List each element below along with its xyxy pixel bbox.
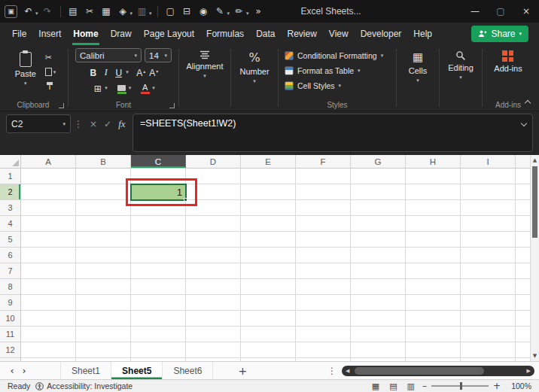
row-header-2[interactable]: 2 [0, 184, 20, 200]
pen-dropdown-icon[interactable]: ▾ [227, 11, 230, 17]
underline-dropdown-icon[interactable]: ▾ [126, 69, 129, 75]
horizontal-scrollbar[interactable]: ◀ ▶ [342, 366, 534, 376]
paste-dropdown-icon[interactable]: ▾ [24, 81, 27, 87]
borders-button[interactable]: ⊞ [92, 82, 103, 94]
sheet-tab-sheet5[interactable]: Sheet5 [111, 362, 163, 379]
more-commands-icon[interactable]: » [251, 3, 266, 20]
column-header-c[interactable]: C [131, 155, 186, 168]
tab-insert[interactable]: Insert [32, 23, 67, 45]
row-header-7[interactable]: 7 [0, 263, 20, 279]
shapes-dropdown-icon[interactable]: ▾ [130, 11, 133, 17]
row-header-3[interactable]: 3 [0, 200, 20, 216]
conditional-formatting-button[interactable]: Conditional Formatting▾ [280, 48, 383, 63]
zoom-slider-thumb[interactable] [460, 382, 462, 390]
normal-view-icon[interactable]: ▦ [370, 381, 382, 391]
page-layout-view-icon[interactable]: ▤ [387, 381, 399, 391]
paste-button[interactable]: Paste ▾ [11, 48, 41, 90]
scroll-right-icon[interactable]: ▶ [527, 368, 531, 374]
zoom-out-icon[interactable]: – [422, 381, 427, 391]
row-header-12[interactable]: 12 [0, 342, 20, 358]
select-all-corner[interactable] [0, 155, 21, 169]
accessibility-status[interactable]: Accessibility: Investigate [35, 381, 132, 390]
column-header-b[interactable]: B [76, 155, 131, 168]
font-dialog-launcher[interactable] [169, 103, 175, 108]
font-color-dropdown-icon[interactable]: ▾ [152, 85, 155, 91]
cut-icon[interactable]: ✂ [82, 3, 98, 20]
add-ins-button[interactable]: Add-ins [489, 48, 526, 75]
column-header-g[interactable]: G [351, 155, 406, 168]
page-break-view-icon[interactable]: ▥ [405, 381, 417, 391]
tab-file[interactable]: File [6, 23, 32, 45]
scroll-up-icon[interactable]: ▲ [531, 157, 539, 163]
sheet-tab-sheet1[interactable]: Sheet1 [60, 362, 111, 379]
zoom-slider[interactable] [431, 385, 489, 387]
cancel-icon[interactable]: × [90, 119, 97, 129]
format-as-table-button[interactable]: Format as Table▾ [280, 63, 361, 78]
row-header-8[interactable]: 8 [0, 279, 20, 295]
decrease-font-button[interactable]: A▾ [148, 66, 160, 78]
horizontal-scrollbar-thumb[interactable] [355, 367, 484, 375]
clipboard-icon[interactable]: ▤ [65, 3, 81, 20]
tab-developer[interactable]: Developer [355, 23, 408, 45]
scroll-down-icon[interactable]: ▼ [531, 353, 539, 359]
borders-dropdown-icon[interactable]: ▾ [105, 85, 108, 91]
shapes-icon[interactable]: ◈ [115, 3, 131, 20]
row-header-6[interactable]: 6 [0, 248, 20, 263]
new-sheet-button[interactable]: + [236, 365, 249, 377]
name-box-dropdown-icon[interactable]: ▾ [62, 121, 65, 127]
editing-button[interactable]: Editing ▾ [443, 48, 478, 83]
increase-font-button[interactable]: A▴ [136, 66, 147, 78]
formula-bar-handle-icon[interactable]: ⋮ [74, 119, 83, 129]
clipboard-dialog-launcher[interactable] [59, 103, 64, 108]
row-header-5[interactable]: 5 [0, 232, 20, 248]
next-sheet-icon[interactable]: › [18, 365, 30, 376]
copy-button[interactable]: ▾ [45, 68, 56, 76]
redo-icon[interactable]: ↷ [40, 3, 56, 20]
scroll-left-icon[interactable]: ◀ [346, 368, 349, 374]
italic-button[interactable]: I [100, 66, 111, 78]
picture-icon[interactable]: ▦ [99, 3, 114, 20]
undo-icon[interactable]: ↶ [20, 3, 36, 20]
tab-data[interactable]: Data [250, 23, 281, 45]
save-icon[interactable]: ▣ [5, 5, 17, 18]
enter-icon[interactable]: ✓ [104, 119, 111, 129]
cells-area[interactable]: 1 [21, 169, 530, 361]
new-file-icon[interactable]: ▢ [163, 3, 178, 20]
print-icon[interactable]: ⊟ [179, 3, 195, 20]
zoom-in-icon[interactable]: + [493, 381, 501, 391]
previous-sheet-icon[interactable]: ‹ [6, 365, 18, 376]
vertical-scrollbar-thumb[interactable] [532, 166, 537, 238]
restore-button[interactable]: ▢ [488, 0, 513, 23]
column-header-e[interactable]: E [241, 155, 296, 168]
insert-function-icon[interactable]: fx [118, 118, 125, 130]
selected-cell[interactable]: 1 [130, 184, 187, 201]
fill-color-button[interactable] [116, 82, 127, 94]
number-format-button[interactable]: % Number ▾ [235, 48, 273, 87]
cut-button[interactable]: ✂ [45, 53, 56, 62]
cell-styles-button[interactable]: Cell Styles▾ [280, 78, 341, 93]
column-header-i[interactable]: I [461, 155, 516, 168]
tab-help[interactable]: Help [407, 23, 438, 45]
sheet-tab-sheet6[interactable]: Sheet6 [163, 362, 213, 379]
format-painter-button[interactable] [45, 81, 56, 90]
column-header-a[interactable]: A [21, 155, 76, 168]
tab-home[interactable]: Home [67, 23, 104, 45]
column-header-f[interactable]: F [296, 155, 351, 168]
sheet-options-icon[interactable]: ⋮ [327, 366, 337, 376]
bold-button[interactable]: B [87, 66, 99, 78]
tab-formulas[interactable]: Formulas [200, 23, 250, 45]
font-name-select[interactable]: Calibri▾ [75, 48, 142, 62]
table-dropdown-icon[interactable]: ▾ [149, 11, 152, 17]
name-box[interactable]: C2 ▾ [6, 114, 71, 133]
row-header-10[interactable]: 10 [0, 311, 20, 327]
font-color-button[interactable]: A [139, 82, 151, 94]
alignment-button[interactable]: Alignment ▾ [182, 48, 228, 81]
cells-button[interactable]: ▦ Cells ▾ [404, 48, 431, 86]
highlighter-dropdown-icon[interactable]: ▾ [246, 11, 249, 17]
underline-button[interactable]: U [113, 66, 124, 78]
font-size-select[interactable]: 14▾ [145, 48, 172, 62]
minimize-button[interactable]: — [462, 0, 488, 23]
row-header-4[interactable]: 4 [0, 216, 20, 232]
close-button[interactable]: × [513, 0, 539, 23]
undo-dropdown-icon[interactable]: ▾ [35, 11, 38, 17]
